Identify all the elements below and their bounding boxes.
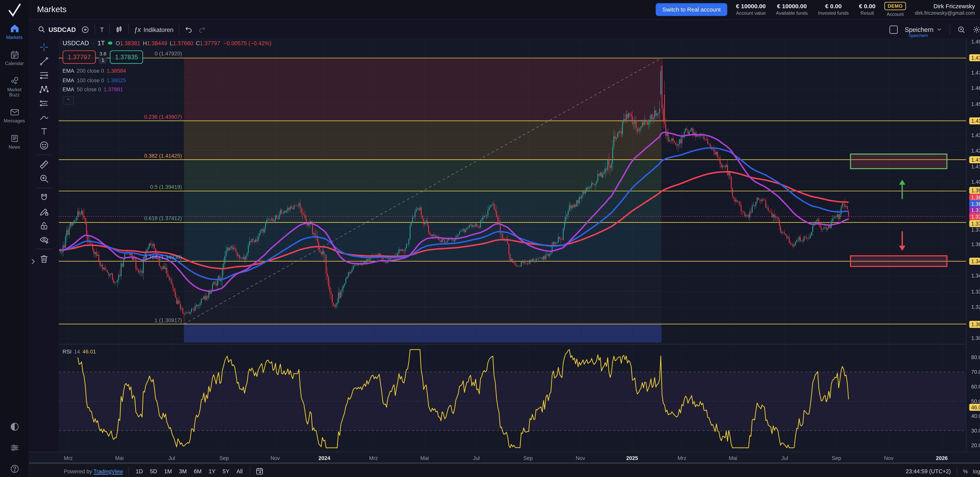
chart-type-button[interactable]	[115, 25, 123, 33]
contrast-icon[interactable]	[9, 422, 19, 432]
long-position-tool[interactable]	[37, 97, 50, 109]
sliders-icon[interactable]	[9, 443, 19, 453]
rsi-axis-label-50.00: 50.00	[971, 398, 980, 404]
app-logo-icon[interactable]	[7, 3, 21, 17]
time-axis-label-2026: 2026	[936, 455, 948, 461]
xabcd-pattern-tool[interactable]	[37, 83, 50, 95]
candles-icon	[115, 25, 123, 33]
price-axis-label-1.49000: 1.49000	[971, 38, 980, 44]
time-axis-label-Nov: Nov	[270, 455, 280, 461]
sidebar-item-market-buzz[interactable]: MarketBuzz	[0, 76, 29, 98]
price-axis-label-1.38584: 1.38584	[969, 194, 980, 200]
scale-mode-log[interactable]: log	[973, 468, 980, 474]
tradingview-link[interactable]: TradingView	[94, 468, 123, 474]
indicator-row-ema-50[interactable]: EMA50 close 01.37881	[62, 86, 126, 93]
lock-all-tool[interactable]	[37, 220, 50, 231]
sell-button[interactable]: 1.37797	[62, 50, 96, 63]
redo-icon[interactable]	[198, 25, 206, 33]
save-layout-button[interactable]: Speichern Speichern	[905, 26, 942, 33]
emoji-tool[interactable]	[37, 139, 50, 151]
rsi-axis-label-30.00: 30.00	[971, 428, 980, 434]
legend-collapse-button[interactable]: ⌃	[62, 96, 74, 105]
sidebar-item-messages[interactable]: Messages	[0, 107, 29, 124]
divider	[128, 467, 129, 475]
drawing-toolbar	[29, 38, 59, 454]
sidebar-item-news[interactable]: News	[0, 133, 29, 150]
trend-line-icon	[38, 56, 49, 66]
quantity-box[interactable]: 1	[99, 57, 107, 63]
quick-search-icon[interactable]	[957, 25, 965, 33]
go-to-date-icon[interactable]	[255, 467, 264, 475]
range-button-3M[interactable]: 3M	[177, 467, 189, 475]
time-axis-label-Jul: Jul	[781, 455, 788, 461]
range-button-All[interactable]: All	[234, 467, 244, 475]
range-button-1M[interactable]: 1M	[162, 467, 173, 475]
trend-line-tool[interactable]	[37, 55, 50, 67]
ruler-tool[interactable]	[37, 158, 50, 170]
scale-mode-percent[interactable]: %	[963, 468, 968, 474]
save-label: Speichern	[905, 26, 934, 33]
fib-level-label-0.764: 0.764 (1.34930)	[144, 254, 182, 260]
crosshair-tool[interactable]	[37, 41, 50, 53]
range-button-1Y[interactable]: 1Y	[207, 467, 218, 475]
legend-change: −0.00575 (−0.42%)	[223, 40, 272, 46]
price-axis-label-1.30917: 1.30917	[969, 321, 980, 327]
demo-badge: DEMO	[885, 2, 906, 10]
chart-pane[interactable]: 0 (1.47920)0.236 (1.43907)0.382 (1.41425…	[59, 38, 966, 452]
sidebar-item-calendar[interactable]: Calendar	[0, 50, 29, 67]
magnet-icon	[38, 192, 49, 203]
rsi-axis-label-80.00: 80.00	[971, 354, 980, 360]
time-axis-label-2025: 2025	[626, 455, 638, 461]
demo-account-label: Account	[887, 11, 904, 17]
range-button-1D[interactable]: 1D	[134, 467, 145, 475]
divider	[35, 188, 52, 188]
price-axis-label-1.38025: 1.38025	[969, 201, 980, 207]
fx-icon: ƒx	[134, 25, 141, 33]
fib-retracement-tool[interactable]	[37, 69, 50, 81]
remove-drawings-tool[interactable]	[37, 253, 50, 265]
compare-add-icon[interactable]	[81, 25, 89, 33]
hide-all-tool[interactable]	[37, 233, 50, 246]
time-axis-label-Sep: Sep	[832, 455, 841, 461]
zoom-in-tool[interactable]	[37, 172, 50, 184]
text-tool[interactable]	[37, 125, 50, 137]
indicators-button[interactable]: ƒx Indikatoren	[134, 25, 173, 33]
interval-button[interactable]: T	[100, 26, 104, 33]
stat-value: € 0.00	[859, 3, 875, 10]
indicator-row-ema-200[interactable]: EMA200 close 01.38584	[62, 68, 126, 74]
help-icon[interactable]	[9, 464, 19, 474]
chevron-down-icon[interactable]	[936, 26, 943, 33]
spread-value: 3.8	[100, 51, 106, 56]
divider	[250, 467, 250, 475]
brush-tool[interactable]	[37, 111, 50, 123]
time-axis-label-Mrz: Mrz	[678, 455, 686, 461]
magnet-tool[interactable]	[37, 191, 50, 203]
stat-label: Account value	[736, 10, 765, 16]
symbol-search[interactable]: USDCAD	[38, 25, 76, 33]
buy-button[interactable]: 1.37835	[110, 50, 143, 63]
rsi-length: 14	[74, 349, 80, 355]
settings-gear-icon[interactable]	[972, 25, 980, 33]
ruler-icon	[38, 159, 49, 170]
price-chart-canvas[interactable]	[59, 38, 966, 452]
switch-to-real-button[interactable]: Switch to Real account	[656, 3, 727, 16]
fullscreen-checkbox[interactable]	[889, 25, 898, 33]
clock[interactable]: 23:44:59 (UTC+2)	[906, 468, 951, 474]
indicator-row-ema-100[interactable]: EMA100 close 01.38025	[62, 77, 126, 83]
time-axis-label-Mai: Mai	[420, 455, 429, 461]
range-button-5D[interactable]: 5D	[148, 467, 159, 475]
undo-icon[interactable]	[184, 25, 192, 33]
range-button-5Y[interactable]: 5Y	[221, 467, 231, 475]
time-axis[interactable]: MrzMaiJulSepNov2024MrzMaiJulSepNov2025Mr…	[29, 452, 980, 463]
price-axis[interactable]: 1.490001.479201.470001.460001.450001.439…	[966, 38, 980, 452]
ohlc-L: L1.37660	[170, 40, 193, 46]
symbol-label: USDCAD	[49, 26, 76, 33]
draw-mode-tool[interactable]	[37, 205, 50, 217]
sidebar-item-markets[interactable]: Markets	[0, 23, 29, 40]
range-button-6M[interactable]: 6M	[192, 467, 204, 475]
object-tree-expand-chevron[interactable]	[30, 258, 36, 265]
news-icon	[9, 133, 19, 144]
sidebar-item-label: Messages	[4, 119, 25, 124]
bottom-bar: Powered by TradingView 1D5D1M3M6M1Y5YAll…	[29, 463, 980, 477]
rsi-axis-label-60.00: 60.00	[971, 384, 980, 390]
